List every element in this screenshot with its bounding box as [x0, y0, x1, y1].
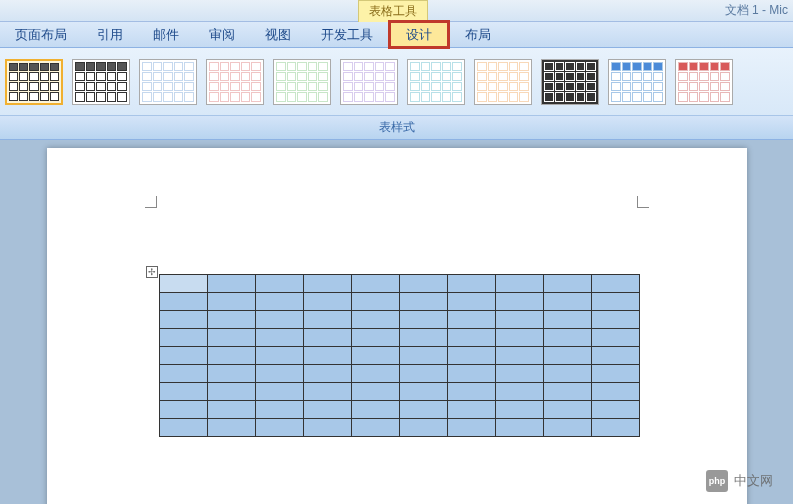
table-style-5[interactable] [273, 59, 331, 105]
document-table[interactable] [159, 274, 640, 437]
tab-page-layout[interactable]: 页面布局 [0, 22, 82, 47]
table-cell[interactable] [303, 275, 351, 293]
table-cell[interactable] [207, 275, 255, 293]
table-cell[interactable] [543, 383, 591, 401]
table-cell[interactable] [495, 311, 543, 329]
table-cell[interactable] [591, 311, 639, 329]
table-cell[interactable] [351, 383, 399, 401]
table-style-3[interactable] [139, 59, 197, 105]
table-style-9[interactable] [541, 59, 599, 105]
table-cell[interactable] [495, 347, 543, 365]
table-cell[interactable] [447, 293, 495, 311]
table-cell[interactable] [255, 347, 303, 365]
table-cell[interactable] [207, 383, 255, 401]
table-cell[interactable] [351, 293, 399, 311]
table-cell[interactable] [255, 401, 303, 419]
tab-layout[interactable]: 布局 [450, 22, 506, 47]
document-page[interactable]: ✢ [47, 148, 747, 504]
table-cell[interactable] [591, 365, 639, 383]
table-cell[interactable] [543, 401, 591, 419]
table-style-8[interactable] [474, 59, 532, 105]
tab-developer[interactable]: 开发工具 [306, 22, 388, 47]
table-cell[interactable] [159, 275, 207, 293]
table-cell[interactable] [255, 293, 303, 311]
table-cell[interactable] [495, 293, 543, 311]
table-cell[interactable] [255, 329, 303, 347]
table-cell[interactable] [591, 275, 639, 293]
table-cell[interactable] [447, 275, 495, 293]
table-cell[interactable] [399, 275, 447, 293]
table-cell[interactable] [447, 401, 495, 419]
table-style-1[interactable] [5, 59, 63, 105]
table-cell[interactable] [447, 347, 495, 365]
table-cell[interactable] [207, 311, 255, 329]
table-cell[interactable] [303, 293, 351, 311]
table-cell[interactable] [351, 365, 399, 383]
table-cell[interactable] [255, 311, 303, 329]
table-cell[interactable] [255, 275, 303, 293]
table-style-7[interactable] [407, 59, 465, 105]
table-cell[interactable] [303, 329, 351, 347]
table-cell[interactable] [351, 275, 399, 293]
table-move-handle-icon[interactable]: ✢ [146, 266, 158, 278]
tab-mailings[interactable]: 邮件 [138, 22, 194, 47]
table-cell[interactable] [159, 419, 207, 437]
table-cell[interactable] [591, 347, 639, 365]
table-cell[interactable] [303, 311, 351, 329]
table-cell[interactable] [495, 329, 543, 347]
table-cell[interactable] [399, 365, 447, 383]
table-style-4[interactable] [206, 59, 264, 105]
table-cell[interactable] [543, 311, 591, 329]
table-cell[interactable] [207, 293, 255, 311]
table-cell[interactable] [159, 383, 207, 401]
table-cell[interactable] [159, 311, 207, 329]
table-cell[interactable] [207, 365, 255, 383]
table-cell[interactable] [159, 365, 207, 383]
table-cell[interactable] [351, 347, 399, 365]
table-cell[interactable] [543, 329, 591, 347]
table-cell[interactable] [495, 401, 543, 419]
table-cell[interactable] [447, 365, 495, 383]
table-cell[interactable] [399, 401, 447, 419]
table-cell[interactable] [399, 293, 447, 311]
table-cell[interactable] [543, 347, 591, 365]
table-cell[interactable] [303, 419, 351, 437]
table-cell[interactable] [207, 419, 255, 437]
table-cell[interactable] [447, 311, 495, 329]
tab-view[interactable]: 视图 [250, 22, 306, 47]
table-cell[interactable] [255, 419, 303, 437]
table-cell[interactable] [255, 383, 303, 401]
table-cell[interactable] [495, 365, 543, 383]
table-style-11[interactable] [675, 59, 733, 105]
table-style-2[interactable] [72, 59, 130, 105]
table-style-6[interactable] [340, 59, 398, 105]
table-cell[interactable] [351, 311, 399, 329]
table-cell[interactable] [591, 383, 639, 401]
table-cell[interactable] [159, 329, 207, 347]
table-cell[interactable] [255, 365, 303, 383]
table-cell[interactable] [351, 401, 399, 419]
table-cell[interactable] [591, 419, 639, 437]
table-cell[interactable] [591, 329, 639, 347]
table-cell[interactable] [399, 329, 447, 347]
table-cell[interactable] [543, 293, 591, 311]
table-style-10[interactable] [608, 59, 666, 105]
table-cell[interactable] [399, 383, 447, 401]
table-cell[interactable] [399, 347, 447, 365]
table-cell[interactable] [495, 383, 543, 401]
table-cell[interactable] [447, 383, 495, 401]
table-cell[interactable] [351, 419, 399, 437]
table-cell[interactable] [351, 329, 399, 347]
table-cell[interactable] [495, 275, 543, 293]
table-cell[interactable] [447, 419, 495, 437]
table-cell[interactable] [303, 347, 351, 365]
table-cell[interactable] [447, 329, 495, 347]
table-cell[interactable] [303, 401, 351, 419]
table-cell[interactable] [159, 347, 207, 365]
tab-review[interactable]: 审阅 [194, 22, 250, 47]
table-cell[interactable] [303, 365, 351, 383]
table-cell[interactable] [159, 401, 207, 419]
table-cell[interactable] [495, 419, 543, 437]
table-cell[interactable] [591, 401, 639, 419]
tab-references[interactable]: 引用 [82, 22, 138, 47]
